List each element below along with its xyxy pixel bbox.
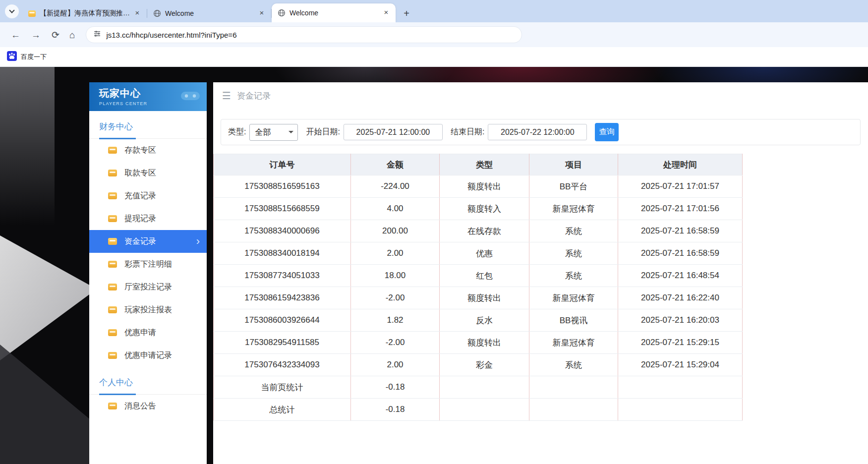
sidebar-item-withdrawal-records[interactable]: 提现记录 [89, 207, 207, 230]
table-cell: -0.18 [351, 376, 440, 399]
table-cell: -0.18 [351, 399, 440, 421]
tab-title: Welcome [289, 9, 379, 17]
table-cell: 系统 [529, 354, 618, 376]
sidebar-item-hall-bet-records[interactable]: 厅室投注记录 [89, 276, 207, 298]
close-icon[interactable]: × [382, 8, 391, 17]
column-header: 订单号 [214, 154, 351, 175]
tab-2[interactable]: Welcome × [147, 4, 271, 22]
sidebar-item-label: 存款专区 [124, 145, 156, 156]
url-text: js13.cc/hhcp/usercenter.html?iniType=6 [106, 31, 236, 39]
sidebar-item-label: 资金记录 [124, 236, 156, 247]
main-panel: ☰ 资金记录 类型: 全部 开始日期: 结束日期: 查询 [213, 82, 868, 464]
end-date-input[interactable] [488, 124, 587, 140]
sidebar-item-label: 消息公告 [124, 401, 156, 411]
folder-icon [28, 9, 36, 17]
start-date-input[interactable] [344, 124, 443, 140]
table-cell: 2025-07-21 17:01:57 [618, 175, 743, 198]
column-header: 项目 [529, 154, 618, 175]
sidebar-item-withdraw-zone[interactable]: 取款专区 [89, 162, 207, 184]
sidebar-item-label: 厅室投注记录 [124, 282, 172, 292]
sidebar-section-label: 财务中心 [89, 111, 207, 139]
table-cell: -2.00 [351, 287, 440, 309]
withdraw-wallet-icon [108, 170, 117, 176]
new-tab-button[interactable]: + [400, 6, 413, 20]
table-cell [618, 376, 743, 399]
main-header: ☰ 资金记录 [213, 82, 868, 109]
bookmark-baidu[interactable]: 百度一下 [7, 51, 47, 63]
tab-3-active[interactable]: Welcome × [272, 3, 396, 22]
sidebar-section-label: 个人中心 [89, 367, 207, 395]
table-cell: 额度转出 [440, 287, 529, 309]
fund-records-table: 订单号金额类型项目处理时间 1753088516595163-224.00额度转… [213, 154, 743, 421]
sidebar-item-promo-apply-records[interactable]: 优惠申请记录 [89, 344, 207, 367]
site-settings-icon[interactable] [93, 30, 101, 40]
bookmark-label: 百度一下 [21, 53, 47, 61]
table-cell: -224.00 [351, 175, 440, 198]
sidebar-menu: 财务中心存款专区取款专区充值记录提现记录资金记录›彩票下注明细厅室投注记录玩家投… [89, 111, 207, 417]
table-row: 17530764323340932.00彩金系统2025-07-21 15:29… [214, 354, 743, 376]
sidebar-header: 玩家中心 PLAYERS CENTER [89, 82, 207, 111]
table-cell: 2025-07-21 16:22:40 [618, 287, 743, 309]
column-header: 处理时间 [618, 154, 743, 175]
hall-list-icon [108, 284, 117, 290]
tab-search-button[interactable] [5, 4, 19, 18]
promo-list-icon [108, 352, 117, 359]
back-button[interactable]: ← [11, 30, 20, 40]
sidebar: 玩家中心 PLAYERS CENTER 财务中心存款专区取款专区充值记录提现记录… [89, 82, 207, 464]
table-cell [618, 399, 743, 421]
sidebar-item-label: 玩家投注报表 [124, 305, 172, 315]
sidebar-item-recharge-records[interactable]: 充值记录 [89, 184, 207, 207]
sidebar-item-deposit-zone[interactable]: 存款专区 [89, 139, 207, 162]
table-cell: -2.00 [351, 332, 440, 354]
table-row: 175308773405103318.00红包系统2025-07-21 16:4… [214, 265, 743, 287]
sidebar-item-promo-apply[interactable]: 优惠申请 [89, 321, 207, 344]
table-cell: 200.00 [351, 220, 440, 242]
sidebar-item-message-board[interactable]: 消息公告 [89, 395, 207, 417]
table-cell: 优惠 [440, 242, 529, 265]
tab-1[interactable]: 【新提醒】海燕体育预测推荐区 × [22, 4, 147, 22]
chevron-right-icon: › [196, 236, 200, 247]
sidebar-item-fund-records[interactable]: 资金记录› [89, 230, 207, 253]
table-cell: 系统 [529, 220, 618, 242]
query-button[interactable]: 查询 [595, 123, 619, 141]
tab-title: Welcome [165, 9, 254, 17]
bookmarks-bar: 百度一下 [0, 47, 868, 67]
table-cell: 2025-07-21 16:48:54 [618, 265, 743, 287]
table-row: 17530860039266441.82反水BB视讯2025-07-21 16:… [214, 309, 743, 332]
gamepad-icon [180, 89, 201, 104]
table-row: 17530885156685594.00额度转入新皇冠体育2025-07-21 … [214, 198, 743, 220]
tab-strip: 【新提醒】海燕体育预测推荐区 × Welcome × Welcome × + [0, 0, 868, 22]
filter-bar: 类型: 全部 开始日期: 结束日期: 查询 [221, 119, 861, 145]
forward-button[interactable]: → [31, 30, 41, 40]
sidebar-item-label: 充值记录 [124, 191, 156, 201]
sidebar-item-label: 彩票下注明细 [124, 259, 172, 270]
table-cell: 18.00 [351, 265, 440, 287]
recharge-icon [108, 192, 117, 199]
table-cell: 1753076432334093 [214, 354, 351, 376]
home-button[interactable]: ⌂ [69, 30, 75, 40]
table-cell: 2.00 [351, 242, 440, 265]
table-cell: 2025-07-21 15:29:04 [618, 354, 743, 376]
table-cell: BB视讯 [529, 309, 618, 332]
table-cell: 红包 [440, 265, 529, 287]
table-row: 总统计-0.18 [214, 399, 743, 421]
sidebar-item-lottery-bet-details[interactable]: 彩票下注明细 [89, 253, 207, 276]
table-cell: 2.00 [351, 354, 440, 376]
url-bar[interactable]: js13.cc/hhcp/usercenter.html?iniType=6 [86, 26, 522, 43]
type-select[interactable]: 全部 [249, 124, 298, 141]
table-cell: 新皇冠体育 [529, 332, 618, 354]
menu-toggle-icon[interactable]: ☰ [222, 90, 231, 102]
chevron-down-icon [9, 7, 14, 13]
table-cell: 2025-07-21 17:01:56 [618, 198, 743, 220]
tab-title: 【新提醒】海燕体育预测推荐区 [40, 9, 130, 18]
close-icon[interactable]: × [133, 9, 142, 18]
close-icon[interactable]: × [257, 9, 266, 18]
refresh-button[interactable]: ⟳ [52, 30, 59, 40]
sidebar-item-label: 优惠申请 [124, 328, 156, 338]
table-cell: 4.00 [351, 198, 440, 220]
table-cell: 2025-07-21 16:58:59 [618, 242, 743, 265]
sidebar-item-player-bet-report[interactable]: 玩家投注报表 [89, 298, 207, 321]
lottery-list-icon [108, 261, 117, 268]
page-title: 资金记录 [237, 90, 271, 102]
table-cell: 1753087734051033 [214, 265, 351, 287]
